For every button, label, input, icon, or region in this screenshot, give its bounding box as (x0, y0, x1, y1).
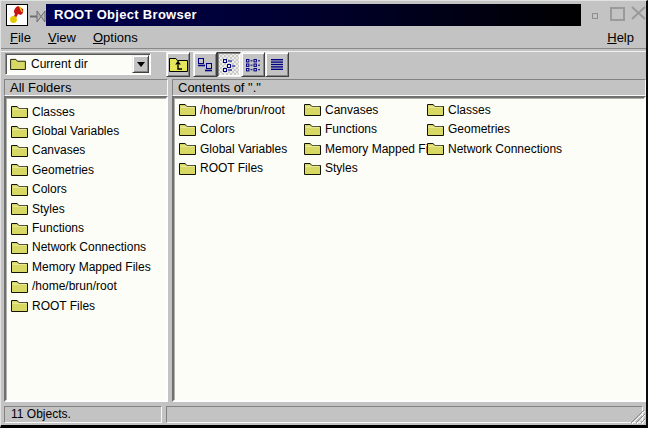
folder-item-classes[interactable]: Classes (427, 102, 491, 117)
folder-item-functions[interactable]: Functions (304, 122, 377, 137)
resize-grip-icon (629, 409, 645, 424)
folder-icon (11, 202, 28, 215)
folder-item-memory-mapped-files[interactable]: Memory Mapped Files (304, 141, 444, 156)
folder-item-styles[interactable]: Styles (6, 199, 166, 218)
folder-label: Memory Mapped Files (325, 142, 444, 156)
window-title: ROOT Object Browser (54, 7, 197, 22)
directory-combo[interactable]: Current dir (5, 53, 151, 75)
folder-label: ROOT Files (32, 299, 95, 313)
status-objects-count: 11 Objects. (4, 406, 162, 423)
folder-label: Classes (32, 105, 75, 119)
caret-down-icon (137, 62, 145, 71)
folder-label: Styles (325, 161, 358, 175)
folder-label: Canvases (325, 103, 378, 117)
folder-item-network-connections[interactable]: Network Connections (6, 238, 166, 257)
close-button[interactable] (630, 5, 648, 22)
folder-label: Network Connections (32, 240, 146, 254)
up-one-level-button[interactable] (166, 52, 190, 77)
small-icons-icon (221, 57, 237, 73)
folder-label: /home/brun/root (32, 279, 117, 293)
folder-icon (11, 105, 28, 118)
folder-label: ROOT Files (200, 161, 263, 175)
folder-item-home-brun-root[interactable]: /home/brun/root (6, 277, 166, 296)
left-panel-title: All Folders (10, 80, 71, 95)
folder-item-colors[interactable]: Colors (179, 122, 235, 137)
folder-label: /home/brun/root (200, 103, 285, 117)
folder-label: Functions (325, 122, 377, 136)
folder-icon (427, 103, 444, 116)
root-logo-glyph (7, 5, 27, 25)
folder-icon (179, 103, 196, 116)
folder-label: Styles (32, 202, 65, 216)
folder-icon (11, 125, 28, 138)
folder-icon (11, 183, 28, 196)
folder-item-geometries[interactable]: Geometries (427, 122, 510, 137)
large-icons-icon (197, 57, 213, 73)
folder-item-canvases[interactable]: Canvases (6, 141, 166, 160)
view-mode-buttons (193, 52, 289, 77)
objects-count-text: 11 Objects. (11, 407, 71, 421)
menu-separator (1, 48, 646, 52)
folder-label: Global Variables (200, 142, 287, 156)
left-panel-header: All Folders (4, 79, 168, 96)
folder-up-icon (169, 57, 188, 72)
menu-view[interactable]: View (48, 27, 76, 48)
folder-item-network-connections[interactable]: Network Connections (427, 141, 562, 156)
menu-file[interactable]: File (10, 27, 31, 48)
folder-item-classes[interactable]: Classes (6, 102, 166, 121)
folder-item-home-brun-root[interactable]: /home/brun/root (179, 102, 285, 117)
folder-icon (11, 144, 28, 157)
folder-icon (11, 241, 28, 254)
folder-icon (10, 58, 26, 70)
folder-label: Global Variables (32, 124, 119, 138)
folder-icon (11, 280, 28, 293)
pin-glyph (30, 10, 47, 23)
folder-icon (179, 123, 196, 136)
folder-icon (427, 123, 444, 136)
folder-icon (11, 260, 28, 273)
folder-item-functions[interactable]: Functions (6, 218, 166, 237)
list-view-button[interactable] (241, 52, 265, 77)
folder-item-canvases[interactable]: Canvases (304, 102, 378, 117)
folder-label: Memory Mapped Files (32, 260, 151, 274)
folder-item-root-files[interactable]: ROOT Files (179, 161, 263, 176)
contents-list: /home/brun/root Colors Global Variables … (172, 96, 646, 402)
folder-icon (304, 123, 321, 136)
combo-dropdown-button[interactable] (132, 55, 149, 73)
root-logo-icon[interactable] (6, 4, 28, 26)
folder-item-global-variables[interactable]: Global Variables (179, 141, 287, 156)
details-view-button[interactable] (265, 52, 289, 77)
resize-grip[interactable] (629, 409, 645, 424)
folder-label: Classes (448, 103, 491, 117)
maximize-button[interactable] (610, 7, 625, 21)
folder-item-colors[interactable]: Colors (6, 180, 166, 199)
folder-icon (427, 142, 444, 155)
menu-help[interactable]: Help (607, 27, 634, 48)
folder-icon (304, 103, 321, 116)
details-view-icon (269, 57, 285, 73)
minimize-button[interactable] (592, 13, 598, 19)
folder-item-memory-mapped-files[interactable]: Memory Mapped Files (6, 257, 166, 276)
menu-options[interactable]: Options (93, 27, 138, 48)
folder-icon (179, 162, 196, 175)
folder-icon (11, 163, 28, 176)
folder-item-styles[interactable]: Styles (304, 161, 358, 176)
folder-icon (304, 162, 321, 175)
folder-label: Canvases (32, 143, 85, 157)
title-bar[interactable]: ROOT Object Browser (46, 4, 581, 26)
folder-label: Colors (200, 122, 235, 136)
pin-icon[interactable] (30, 9, 47, 22)
folder-item-geometries[interactable]: Geometries (6, 160, 166, 179)
right-panel-header: Contents of "." (172, 79, 646, 96)
right-panel-title: Contents of "." (178, 80, 261, 95)
large-icons-view-button[interactable] (193, 52, 217, 77)
menu-bar: FileViewOptions (1, 27, 646, 48)
folder-item-root-files[interactable]: ROOT Files (6, 296, 166, 315)
folder-item-global-variables[interactable]: Global Variables (6, 121, 166, 140)
menu-items: FileViewOptions (1, 27, 646, 48)
folder-icon (179, 142, 196, 155)
small-icons-view-button[interactable] (217, 52, 241, 77)
close-icon (630, 5, 648, 22)
list-view-icon (245, 57, 261, 73)
folder-label: Geometries (32, 163, 94, 177)
